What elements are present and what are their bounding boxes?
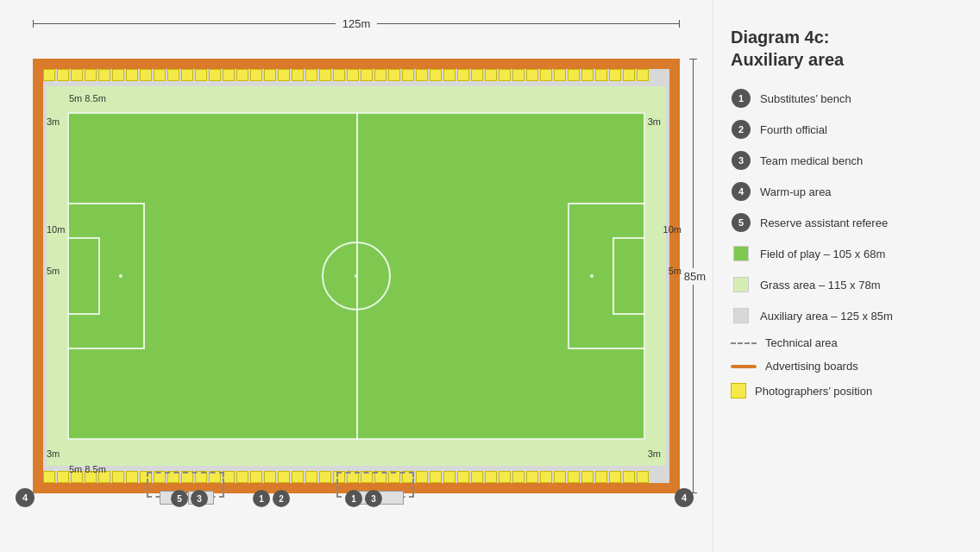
- color-swatch-aux: [733, 308, 749, 323]
- legend-text-aux: Auxiliary area – 125 x 85m: [760, 310, 893, 323]
- label-10m-right: 10m: [663, 224, 682, 235]
- marker-5-left: 5: [171, 490, 188, 507]
- legend-text-photo: Photographers’ position: [755, 385, 872, 398]
- corner-4-right: 4: [675, 488, 694, 507]
- yellow-box-icon: [731, 383, 746, 398]
- label-3m-top-left: 3m: [47, 116, 60, 127]
- legend-text-adv: Advertising boards: [765, 360, 858, 373]
- marker-3-center-right: 3: [365, 490, 382, 507]
- center-spot: [355, 274, 358, 278]
- goal-area-left: [67, 237, 100, 315]
- center-circle: [322, 242, 391, 310]
- legend-panel: Diagram 4c: Auxiliary area 1 Substitutes…: [713, 0, 980, 552]
- legend-item-4: 4 Warm-up area: [731, 181, 963, 202]
- field-of-play: [67, 112, 645, 440]
- diagram-title: Diagram 4c: Auxiliary area: [731, 26, 963, 71]
- color-swatch-field: [733, 246, 749, 261]
- label-3m-bot-right: 3m: [648, 448, 661, 459]
- orange-line-icon: [731, 365, 757, 368]
- legend-item-5: 5 Reserve assistant referee: [731, 212, 963, 233]
- color-swatch-grass: [733, 277, 749, 292]
- num-badge-1: 1: [732, 89, 751, 108]
- label-3m-top-right: 3m: [648, 116, 661, 127]
- adv-board-right: [669, 59, 680, 493]
- num-badge-3: 3: [732, 151, 751, 170]
- field-diagram-panel: 125m 85m: [0, 0, 713, 552]
- penalty-spot-left: [119, 274, 122, 278]
- legend-text-2: Fourth official: [760, 123, 827, 136]
- goal-area-right: [612, 237, 645, 315]
- dashed-line-icon: [731, 342, 757, 344]
- label-5m-right: 5m: [669, 266, 682, 276]
- marker-3-left: 3: [191, 490, 208, 507]
- legend-item-1: 1 Substitutes’ bench: [731, 88, 963, 109]
- num-badge-4: 4: [732, 182, 751, 201]
- adv-board-left: [33, 59, 43, 493]
- legend-tech-area: Technical area: [731, 336, 963, 349]
- label-5m-left: 5m: [47, 266, 60, 276]
- marker-1-center-right: 1: [345, 490, 362, 507]
- legend-adv-boards: Advertising boards: [731, 360, 963, 373]
- label-10m-left: 10m: [47, 224, 65, 235]
- adv-board-top: [33, 59, 680, 69]
- legend-item-2: 2 Fourth official: [731, 119, 963, 140]
- legend-text-3: Team medical bench: [760, 154, 863, 167]
- title-line1: Diagram 4c:: [731, 28, 830, 47]
- legend-color-aux: Auxiliary area – 125 x 85m: [731, 305, 963, 326]
- legend-color-grass: Grass area – 115 x 78m: [731, 274, 963, 295]
- label-5m-8.5m-bot: 5m 8.5m: [69, 464, 106, 474]
- num-badge-5: 5: [732, 213, 751, 232]
- legend-photo-pos: Photographers’ position: [731, 383, 963, 398]
- marker-2-center-left: 2: [273, 490, 290, 507]
- legend-text-tech: Technical area: [765, 336, 838, 349]
- marker-group-center-right: 1 3: [345, 490, 382, 507]
- photo-strip-top: [43, 69, 669, 81]
- legend-item-3: 3 Team medical bench: [731, 150, 963, 171]
- marker-group-center-left: 1 2: [253, 490, 290, 507]
- label-3m-bot-left: 3m: [47, 448, 60, 459]
- marker-1-center-left: 1: [253, 490, 270, 507]
- dim-width-label: 125m: [336, 17, 378, 30]
- legend-color-field: Field of play – 105 x 68m: [731, 243, 963, 264]
- label-5m-8.5m-top: 5m 8.5m: [69, 93, 106, 104]
- penalty-spot-right: [590, 274, 594, 278]
- dim-height-label: 85m: [684, 268, 706, 285]
- legend-text-grass: Grass area – 115 x 78m: [760, 279, 880, 292]
- legend-text-5: Reserve assistant referee: [760, 216, 888, 229]
- legend-text-1: Substitutes’ bench: [760, 92, 851, 105]
- legend-text-4: Warm-up area: [760, 185, 832, 198]
- marker-group-left: 5 3: [171, 490, 208, 507]
- legend-text-field: Field of play – 105 x 68m: [760, 248, 885, 260]
- num-badge-2: 2: [732, 120, 751, 139]
- corner-4-left: 4: [16, 488, 35, 507]
- title-line2: Auxiliary area: [731, 50, 844, 69]
